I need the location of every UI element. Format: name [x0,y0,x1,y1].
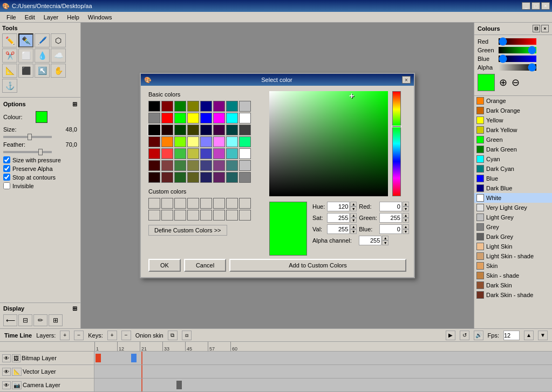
display-btn-2[interactable]: ⊟ [18,314,32,326]
green-input[interactable] [379,213,402,223]
display-expand-icon[interactable]: ⊞ [72,305,77,312]
basic-color-cell-37[interactable] [213,148,225,159]
basic-color-cell-46[interactable] [226,160,238,171]
minimize-button[interactable]: _ [522,2,530,10]
red-up-btn[interactable]: ▲ [403,202,409,207]
basic-color-cell-1[interactable] [161,101,173,112]
play-btn[interactable]: ▶ [446,331,455,340]
basic-color-cell-10[interactable] [174,113,186,123]
basic-color-cell-28[interactable] [200,136,212,147]
basic-color-cell-21[interactable] [213,125,225,135]
custom-cell-5[interactable] [200,198,212,209]
select-tool[interactable]: ⬜ [18,49,33,63]
basic-color-cell-9[interactable] [161,113,173,123]
menu-layer[interactable]: Layer [39,13,63,22]
blue-down-btn[interactable]: ▼ [403,229,409,234]
colour-swatch[interactable] [36,111,47,123]
camera-type-btn[interactable]: 📷 [12,381,22,389]
basic-color-cell-0[interactable] [148,101,160,112]
basic-color-cell-25[interactable] [161,136,173,147]
custom-cell-7[interactable] [226,198,238,209]
color-spectrum[interactable]: + [269,91,388,196]
panel-close-btn[interactable]: × [541,25,549,32]
track-content-camera[interactable] [94,379,552,391]
layer-visibility-btn[interactable]: 👁 [2,354,11,362]
color-list-item-0[interactable]: Orange [474,96,552,106]
basic-color-cell-36[interactable] [200,148,212,159]
audio-btn[interactable]: 🔊 [474,331,483,340]
layer-lock-btn[interactable]: 🖼 [12,354,21,362]
sat-up-btn[interactable]: ▲ [350,213,357,218]
size-pressure-checkbox[interactable] [3,156,10,163]
color-list-item-16[interactable]: Light Skin - shade [474,251,552,261]
color-list-item-14[interactable]: Dark Grey [474,232,552,242]
color-list-item-20[interactable]: Dark Skin - shade [474,290,552,300]
panel-dock-btn[interactable]: ⊟ [533,25,540,32]
color-list-item-1[interactable]: Dark Orange [474,106,552,115]
add-key-btn[interactable]: + [107,331,117,340]
options-expand-icon[interactable]: ⊞ [72,101,77,108]
vector-type-btn[interactable]: 📐 [12,368,22,376]
basic-color-cell-14[interactable] [226,113,238,123]
add-layer-btn[interactable]: + [60,331,70,340]
rect-tool[interactable]: ⬛ [18,64,33,78]
basic-color-cell-5[interactable] [213,101,225,112]
custom-cell-8[interactable] [239,198,251,209]
color-list-item-4[interactable]: Green [474,135,552,145]
basic-color-cell-53[interactable] [213,172,225,183]
basic-color-cell-51[interactable] [187,172,199,183]
alpha-input[interactable] [359,236,381,245]
basic-color-cell-47[interactable] [239,160,251,171]
fill-tool[interactable]: ☁️ [51,49,66,63]
scissors-tool[interactable]: ✂️ [2,49,17,63]
blue-slider[interactable] [499,56,536,62]
custom-cell-4[interactable] [187,198,199,209]
onion-skin-btn1[interactable]: ⧉ [168,331,178,340]
basic-color-cell-40[interactable] [148,160,160,171]
eraser-tool[interactable]: ⬡ [51,33,66,47]
cancel-button[interactable]: Cancel [184,259,226,272]
val-down-btn[interactable]: ▼ [350,229,357,234]
green-down-btn[interactable]: ▼ [403,218,409,223]
custom-cell-15[interactable] [226,210,238,221]
basic-color-cell-52[interactable] [200,172,212,183]
basic-color-cell-15[interactable] [239,113,251,123]
color-list-item-6[interactable]: Cyan [474,154,552,164]
basic-color-cell-49[interactable] [161,172,173,183]
remove-color-btn[interactable]: ⊖ [512,77,520,88]
eyedropper-tool[interactable]: 💧 [35,49,50,63]
basic-color-cell-45[interactable] [213,160,225,171]
color-list-item-12[interactable]: Light Grey [474,212,552,222]
basic-color-cell-32[interactable] [148,148,160,159]
basic-color-cell-54[interactable] [226,172,238,183]
pencil-tool[interactable]: ✏️ [2,33,17,47]
add-color-btn[interactable]: ⊕ [499,77,507,88]
blue-up-btn[interactable]: ▲ [403,224,409,229]
basic-color-cell-29[interactable] [213,136,225,147]
hue-bar[interactable] [392,91,401,196]
sat-input[interactable] [327,213,350,223]
val-input[interactable] [327,224,350,234]
basic-color-cell-19[interactable] [187,125,199,135]
menu-file[interactable]: File [2,13,21,22]
basic-color-cell-33[interactable] [161,148,173,159]
alpha-slider[interactable] [499,64,536,71]
basic-color-cell-2[interactable] [174,101,186,112]
custom-cell-16[interactable] [239,210,251,221]
hue-down-btn[interactable]: ▼ [350,207,357,211]
custom-cell-10[interactable] [161,210,173,221]
color-list-item-15[interactable]: Light Skin [474,242,552,251]
basic-color-cell-13[interactable] [213,113,225,123]
basic-color-cell-42[interactable] [174,160,186,171]
sat-down-btn[interactable]: ▼ [350,218,357,223]
feather-slider-thumb[interactable] [38,149,43,155]
red-down-btn[interactable]: ▼ [403,207,409,211]
custom-cell-2[interactable] [161,198,173,209]
custom-cell-6[interactable] [213,198,225,209]
blue-input[interactable] [379,224,402,234]
red-input[interactable] [379,202,402,211]
ok-button[interactable]: OK [148,259,181,272]
track-content-bitmap[interactable] [94,352,552,365]
size-slider-thumb[interactable] [28,134,32,140]
basic-color-cell-38[interactable] [226,148,238,159]
